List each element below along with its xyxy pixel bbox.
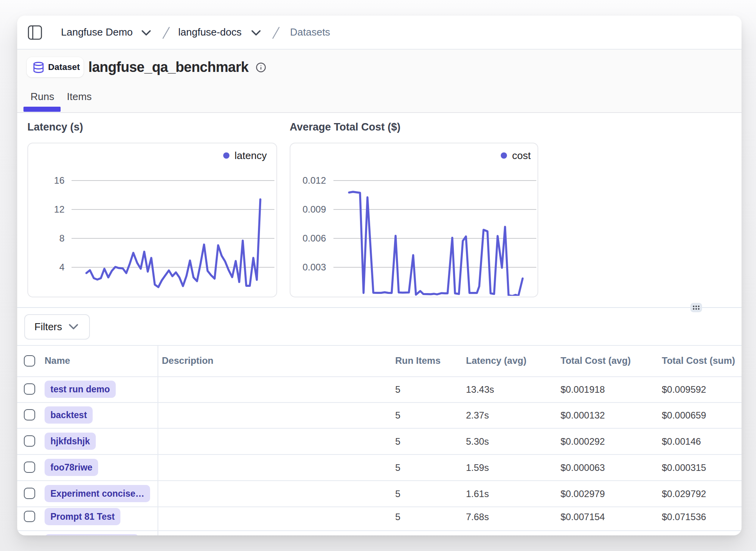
svg-text:12: 12 bbox=[54, 204, 64, 215]
svg-text:4: 4 bbox=[59, 262, 64, 272]
svg-text:8: 8 bbox=[59, 233, 64, 243]
svg-text:0.009: 0.009 bbox=[303, 204, 326, 215]
svg-text:0.012: 0.012 bbox=[303, 175, 326, 186]
svg-text:0.003: 0.003 bbox=[303, 262, 326, 272]
svg-text:0.006: 0.006 bbox=[303, 233, 326, 243]
svg-text:cost: cost bbox=[512, 150, 531, 161]
svg-text:16: 16 bbox=[54, 175, 64, 186]
svg-text:latency: latency bbox=[235, 150, 267, 161]
